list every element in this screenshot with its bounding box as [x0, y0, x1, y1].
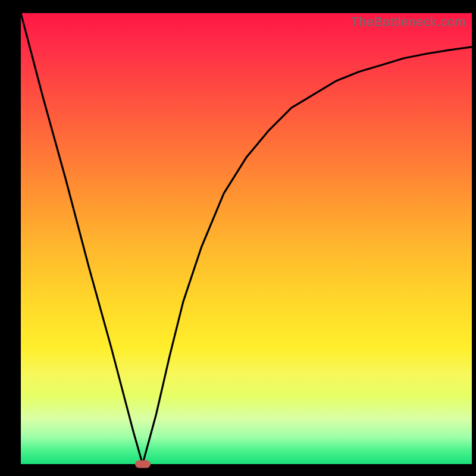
- plot-area: TheBottleneck.com: [21, 13, 472, 464]
- bottleneck-curve: [21, 13, 472, 464]
- chart-frame: TheBottleneck.com: [0, 0, 476, 476]
- minimum-marker: [135, 461, 151, 468]
- curve-svg: [21, 13, 472, 464]
